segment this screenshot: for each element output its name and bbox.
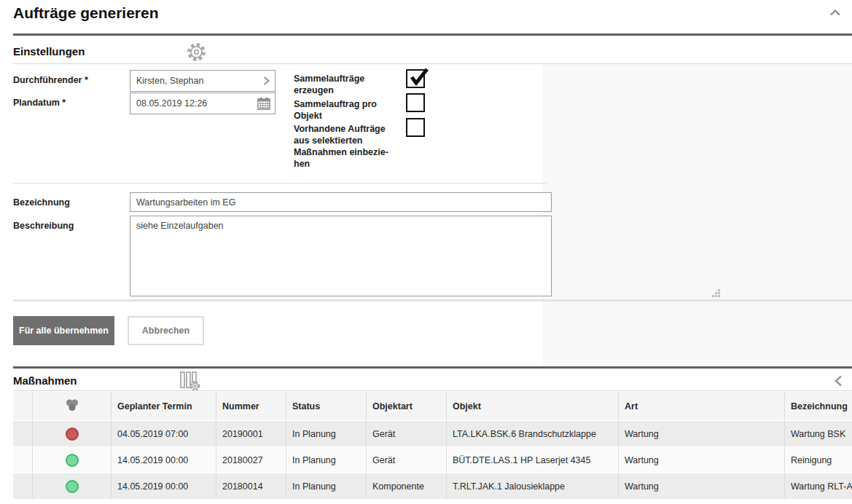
status-cluster-icon bbox=[65, 398, 79, 414]
aufträge-generieren-page: Aufträge generieren Einstellungen Durchf… bbox=[0, 0, 852, 504]
section-divider-dark bbox=[13, 366, 852, 369]
vorhandene-auftraege-label: Vorhandene Aufträge aus selektierten Maß… bbox=[294, 123, 404, 170]
vorhandene-auftraege-checkbox[interactable] bbox=[406, 118, 425, 137]
cell-status: In Planung bbox=[286, 473, 366, 499]
chevron-left-icon bbox=[834, 377, 843, 390]
cell-art: Wartung bbox=[618, 473, 784, 499]
chevron-up-icon bbox=[829, 7, 842, 20]
column-header-objekt[interactable]: Objekt bbox=[446, 392, 618, 420]
status-dot-green bbox=[66, 454, 79, 467]
sammelauftraege-erzeugen-checkbox[interactable] bbox=[406, 69, 425, 88]
cell-objekt: LTA.LKA.BSK.6 Brandschutzklappe bbox=[446, 421, 618, 446]
sammelauftrag-pro-objekt-label: Sammelauftrag pro Objekt bbox=[294, 98, 404, 122]
bezeichnung-field[interactable] bbox=[130, 192, 552, 212]
row-select-cell[interactable] bbox=[13, 473, 32, 499]
apply-all-button[interactable]: Für alle übernehmen bbox=[13, 316, 114, 345]
massnahmen-header-divider bbox=[13, 390, 852, 391]
massnahmen-table: Geplanter Termin Nummer Status Objektart… bbox=[13, 392, 852, 499]
cell-objektart: Komponente bbox=[366, 473, 446, 499]
status-indicator-column-header[interactable] bbox=[32, 392, 111, 420]
column-header-objektart[interactable]: Objektart bbox=[366, 392, 446, 420]
table-row[interactable]: 14.05.2019 00:00 20180014 In Planung Kom… bbox=[13, 473, 852, 499]
cell-bezeichnung: Wartung RLT-An bbox=[784, 473, 852, 499]
column-header-nummer[interactable]: Nummer bbox=[216, 392, 286, 420]
cell-nummer: 20180027 bbox=[216, 447, 286, 473]
section-divider-dark bbox=[13, 34, 852, 36]
row-select-cell[interactable] bbox=[13, 421, 32, 446]
sammelauftrag-pro-objekt-checkbox[interactable] bbox=[406, 93, 425, 112]
checkmark-icon bbox=[408, 66, 431, 88]
column-header-art[interactable]: Art bbox=[618, 392, 784, 420]
cell-objektart: Gerät bbox=[366, 447, 446, 473]
gear-icon bbox=[187, 52, 206, 64]
cancel-button[interactable]: Abbrechen bbox=[128, 316, 204, 345]
cell-status: In Planung bbox=[286, 447, 366, 473]
beschreibung-label: Beschreibung bbox=[13, 221, 74, 231]
plandatum-field[interactable] bbox=[130, 92, 275, 114]
buttons-divider bbox=[13, 299, 852, 302]
cell-status: In Planung bbox=[286, 421, 366, 446]
cell-art: Wartung bbox=[618, 447, 784, 473]
cell-bezeichnung: Wartung BSK bbox=[784, 421, 852, 446]
durchfuehrender-label: Durchführender * bbox=[13, 75, 88, 85]
cell-nummer: 20190001 bbox=[216, 421, 286, 446]
cell-nummer: 20180014 bbox=[216, 473, 286, 499]
table-row[interactable]: 04.05.2019 07:00 20190001 In Planung Ger… bbox=[13, 421, 852, 446]
status-dot-red bbox=[66, 428, 79, 441]
column-header-bezeichnung[interactable]: Bezeichnung bbox=[784, 392, 852, 420]
cell-termin: 14.05.2019 00:00 bbox=[111, 473, 216, 499]
cell-objektart: Gerät bbox=[366, 421, 446, 446]
row-select-cell[interactable] bbox=[13, 447, 32, 473]
cell-bezeichnung: Reinigung bbox=[784, 447, 852, 473]
page-title: Aufträge generieren bbox=[13, 4, 159, 22]
collapse-massnahmen-button[interactable] bbox=[834, 374, 843, 390]
form-divider bbox=[13, 183, 547, 184]
column-header-status[interactable]: Status bbox=[286, 392, 366, 420]
cell-objekt: BÜT.DTE.LAS.1 HP Laserjet 4345 bbox=[446, 447, 618, 473]
durchfuehrender-field[interactable] bbox=[130, 70, 275, 92]
sammelauftraege-erzeugen-label: Sammelaufträge erzeugen bbox=[294, 73, 404, 96]
select-column-header[interactable] bbox=[13, 392, 32, 420]
calendar-icon[interactable] bbox=[257, 97, 270, 113]
cell-art: Wartung bbox=[618, 421, 784, 446]
table-row[interactable]: 14.05.2019 00:00 20180027 In Planung Ger… bbox=[13, 447, 852, 473]
table-header-row: Geplanter Termin Nummer Status Objektart… bbox=[13, 392, 852, 420]
collapse-section-button[interactable] bbox=[829, 7, 845, 19]
column-header-geplanter-termin[interactable]: Geplanter Termin bbox=[111, 392, 216, 420]
cell-termin: 14.05.2019 00:00 bbox=[111, 447, 216, 473]
plandatum-label: Plandatum * bbox=[13, 98, 66, 108]
settings-section-title: Einstellungen bbox=[13, 45, 85, 58]
settings-gear-button[interactable] bbox=[187, 42, 206, 65]
chevron-right-icon[interactable] bbox=[262, 76, 270, 89]
bezeichnung-label: Bezeichnung bbox=[13, 197, 70, 208]
status-dot-green bbox=[66, 480, 79, 493]
background-panel bbox=[543, 64, 852, 366]
cell-termin: 04.05.2019 07:00 bbox=[111, 421, 216, 446]
cell-objekt: T.RLT.JAK.1 Jalousieklappe bbox=[446, 473, 618, 499]
beschreibung-field[interactable]: siehe Einzelaufgaben bbox=[130, 216, 552, 296]
massnahmen-section-title: Maßnahmen bbox=[13, 374, 77, 387]
